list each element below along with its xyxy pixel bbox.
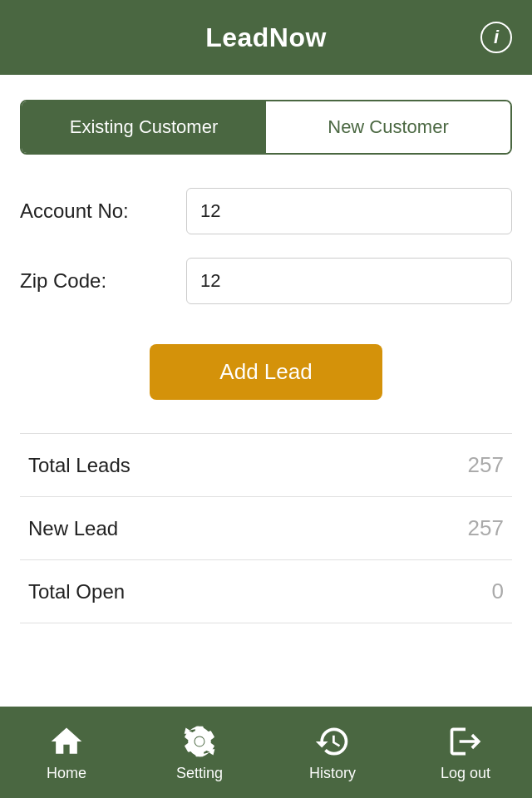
total-leads-value: 257: [468, 452, 504, 478]
account-no-input[interactable]: [186, 188, 512, 234]
new-customer-tab[interactable]: New Customer: [266, 101, 510, 153]
logout-icon: [447, 723, 484, 760]
total-open-row: Total Open 0: [20, 560, 512, 623]
nav-history[interactable]: History: [278, 723, 387, 782]
total-open-label: Total Open: [28, 580, 125, 603]
setting-icon: [181, 723, 218, 760]
customer-type-toggle: Existing Customer New Customer: [20, 100, 512, 155]
nav-setting[interactable]: Setting: [145, 723, 254, 782]
nav-logout-label: Log out: [441, 765, 490, 782]
existing-customer-tab[interactable]: Existing Customer: [22, 101, 266, 153]
total-leads-label: Total Leads: [28, 454, 131, 477]
home-icon: [48, 723, 85, 760]
add-lead-button[interactable]: Add Lead: [150, 344, 382, 400]
info-icon[interactable]: i: [480, 22, 512, 53]
zip-code-input[interactable]: [186, 258, 512, 304]
nav-setting-label: Setting: [176, 765, 223, 782]
main-content: Existing Customer New Customer Account N…: [0, 75, 532, 707]
bottom-navigation: Home Setting History Log out: [0, 707, 532, 798]
nav-history-label: History: [309, 765, 356, 782]
svg-point-0: [195, 736, 204, 746]
zip-code-row: Zip Code:: [20, 258, 512, 304]
app-header: LeadNow i: [0, 0, 532, 75]
total-leads-row: Total Leads 257: [20, 434, 512, 497]
zip-code-label: Zip Code:: [20, 269, 186, 293]
account-no-row: Account No:: [20, 188, 512, 234]
nav-home-label: Home: [47, 765, 86, 782]
nav-logout[interactable]: Log out: [411, 723, 520, 782]
new-lead-value: 257: [468, 515, 504, 541]
app-title: LeadNow: [205, 22, 327, 53]
new-lead-row: New Lead 257: [20, 497, 512, 560]
nav-home[interactable]: Home: [12, 723, 121, 782]
stats-section: Total Leads 257 New Lead 257 Total Open …: [20, 433, 512, 623]
total-open-value: 0: [492, 579, 504, 604]
account-no-label: Account No:: [20, 200, 186, 223]
history-icon: [314, 723, 351, 760]
new-lead-label: New Lead: [28, 517, 118, 540]
